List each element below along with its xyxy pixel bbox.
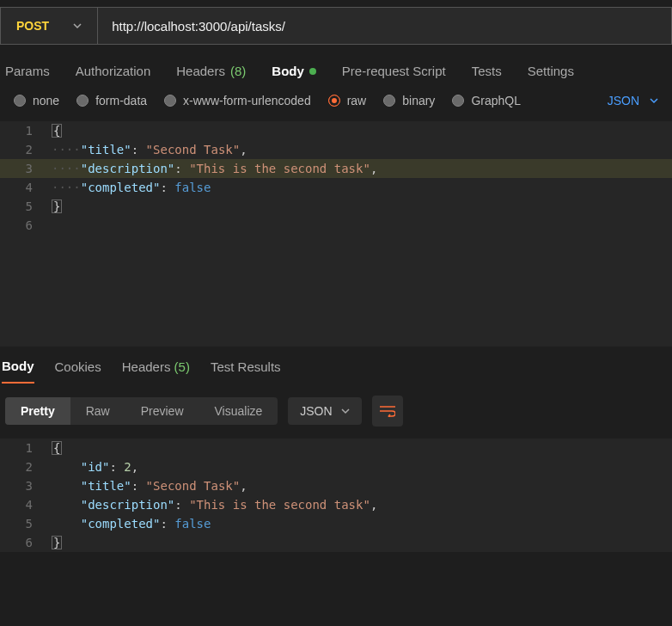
view-mode-segmented: Pretty Raw Preview Visualize [5,397,278,425]
radio-graphql[interactable]: GraphQL [452,94,521,107]
response-format-select[interactable]: JSON [288,397,361,425]
radio-icon [164,95,176,107]
line-number: 4 [0,495,41,514]
radio-icon [328,95,340,107]
request-body-editor[interactable]: 1{ 2····"title": "Second Task", 3····"de… [0,121,672,347]
tab-prerequest[interactable]: Pre-request Script [342,64,446,78]
seg-visualize[interactable]: Visualize [199,397,278,425]
wrap-lines-button[interactable] [372,396,403,427]
rtab-testresults[interactable]: Test Results [211,359,281,383]
line-number: 3 [0,159,41,178]
line-number: 2 [0,140,41,159]
radio-icon [383,95,395,107]
tab-authorization[interactable]: Authorization [76,64,151,78]
wrap-icon [380,405,395,417]
radio-formdata[interactable]: form-data [76,94,147,107]
method-select[interactable]: POST [1,8,98,44]
request-tabs: Params Authorization Headers (8) Body Pr… [0,45,672,89]
rtab-body[interactable]: Body [2,359,34,384]
radio-urlencoded[interactable]: x-www-form-urlencoded [164,94,311,107]
response-body-editor[interactable]: 1{ 2 "id": 2, 3 "title": "Second Task", … [0,439,672,552]
seg-raw[interactable]: Raw [70,397,125,425]
radio-binary[interactable]: binary [383,94,435,107]
chevron-down-icon [73,21,82,30]
line-number: 1 [0,121,41,140]
seg-pretty[interactable]: Pretty [5,397,70,425]
url-bar: POST [0,7,672,45]
response-tabs: Body Cookies Headers (5) Test Results [0,347,672,384]
line-number: 5 [0,514,41,533]
radio-icon [452,95,464,107]
tab-tests[interactable]: Tests [472,64,502,78]
view-controls: Pretty Raw Preview Visualize JSON [0,384,672,439]
line-number: 3 [0,476,41,495]
tab-settings[interactable]: Settings [528,64,574,78]
rtab-cookies[interactable]: Cookies [55,359,101,383]
line-number: 5 [0,197,41,216]
line-number: 1 [0,439,41,457]
chevron-down-icon [650,96,658,105]
url-input[interactable] [98,8,671,44]
chevron-down-icon [341,407,350,415]
line-number: 2 [0,457,41,476]
seg-preview[interactable]: Preview [125,397,199,425]
body-format-select[interactable]: JSON [608,94,667,107]
radio-raw[interactable]: raw [328,94,367,107]
method-label: POST [16,19,49,33]
body-type-row: none form-data x-www-form-urlencoded raw… [0,89,672,121]
radio-icon [76,95,89,107]
line-number: 6 [0,533,41,552]
radio-icon [14,95,26,107]
radio-none[interactable]: none [14,94,59,107]
tab-params[interactable]: Params [5,64,50,78]
tab-body[interactable]: Body [272,64,316,78]
line-number: 6 [0,216,41,235]
line-number: 4 [0,178,41,197]
dot-icon [309,68,316,75]
rtab-headers[interactable]: Headers (5) [122,359,190,383]
tab-headers[interactable]: Headers (8) [176,64,246,78]
